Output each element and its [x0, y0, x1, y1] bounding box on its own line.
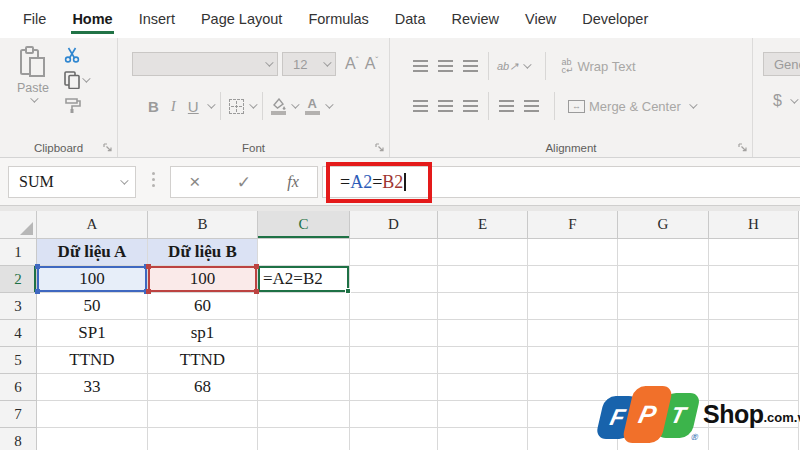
decrease-font-size-button[interactable]: Aˇ	[365, 55, 379, 73]
cell-B4[interactable]: sp1	[148, 320, 258, 347]
cell-E1[interactable]	[438, 239, 528, 266]
increase-indent-icon[interactable]	[524, 100, 539, 112]
cell-D3[interactable]	[350, 293, 438, 320]
cell-B7[interactable]	[148, 401, 258, 428]
column-header-E[interactable]: E	[438, 211, 528, 239]
increase-font-size-button[interactable]: Aˆ	[345, 55, 359, 73]
menu-tab-page-layout[interactable]: Page Layout	[188, 0, 295, 38]
name-box[interactable]: SUM	[8, 166, 136, 198]
cell-C1[interactable]	[258, 239, 350, 266]
align-top-icon[interactable]	[413, 60, 428, 72]
range-handle-icon[interactable]	[35, 289, 40, 294]
cell-C2[interactable]: =A2=B2	[258, 266, 350, 293]
fill-handle-icon[interactable]	[345, 288, 351, 294]
row-header-7[interactable]: 7	[0, 401, 37, 428]
enter-icon[interactable]: ✓	[237, 172, 251, 193]
row-header-4[interactable]: 4	[0, 320, 37, 347]
cell-D1[interactable]	[350, 239, 438, 266]
cell-C8[interactable]	[258, 428, 350, 450]
cell-E7[interactable]	[438, 401, 528, 428]
cell-A5[interactable]: TTND	[37, 347, 148, 374]
cell-H5[interactable]	[709, 347, 799, 374]
formula-bar-grip[interactable]	[152, 172, 155, 187]
cell-D2[interactable]	[350, 266, 438, 293]
cell-G2[interactable]	[618, 266, 709, 293]
wrap-text-label[interactable]: Wrap Text	[578, 59, 636, 74]
font-dialog-launcher[interactable]	[375, 143, 385, 153]
cell-A1[interactable]: Dữ liệu A	[37, 239, 148, 266]
cell-B2[interactable]: 100	[148, 266, 258, 293]
clipboard-dialog-launcher[interactable]	[103, 143, 113, 153]
menu-tab-developer[interactable]: Developer	[569, 0, 661, 38]
copy-button[interactable]	[64, 71, 90, 89]
row-header-3[interactable]: 3	[0, 293, 37, 320]
row-header-8[interactable]: 8	[0, 428, 37, 450]
cell-D5[interactable]	[350, 347, 438, 374]
menu-tab-home[interactable]: Home	[59, 0, 125, 38]
menu-tab-formulas[interactable]: Formulas	[295, 0, 381, 38]
orientation-chevron-icon[interactable]	[524, 60, 532, 68]
column-header-B[interactable]: B	[148, 211, 258, 239]
decrease-indent-icon[interactable]	[499, 100, 514, 112]
menu-tab-file[interactable]: File	[10, 0, 59, 38]
format-painter-button[interactable]	[64, 96, 90, 114]
cell-F2[interactable]	[528, 266, 618, 293]
menu-tab-insert[interactable]: Insert	[126, 0, 188, 38]
cell-A7[interactable]	[37, 401, 148, 428]
insert-function-icon[interactable]: fx	[287, 173, 299, 191]
cell-A6[interactable]: 33	[37, 374, 148, 401]
align-left-icon[interactable]	[413, 100, 428, 112]
cell-C5[interactable]	[258, 347, 350, 374]
range-handle-icon[interactable]	[254, 289, 259, 294]
cell-G5[interactable]	[618, 347, 709, 374]
column-header-F[interactable]: F	[528, 211, 618, 239]
paste-button[interactable]: Paste	[10, 46, 56, 114]
underline-button[interactable]: U	[182, 98, 205, 115]
cell-G4[interactable]	[618, 320, 709, 347]
cell-C3[interactable]	[258, 293, 350, 320]
align-center-icon[interactable]	[438, 100, 453, 112]
menu-tab-view[interactable]: View	[512, 0, 569, 38]
cell-F1[interactable]	[528, 239, 618, 266]
merge-center-chevron-icon[interactable]	[689, 100, 697, 108]
cell-D4[interactable]	[350, 320, 438, 347]
align-middle-icon[interactable]	[438, 60, 453, 72]
fill-color-button[interactable]	[271, 98, 286, 115]
cell-D7[interactable]	[350, 401, 438, 428]
cell-F4[interactable]	[528, 320, 618, 347]
range-handle-icon[interactable]	[254, 264, 259, 269]
cell-E4[interactable]	[438, 320, 528, 347]
menu-tab-review[interactable]: Review	[438, 0, 512, 38]
bold-button[interactable]: B	[142, 98, 165, 115]
paste-chevron-icon[interactable]	[30, 94, 38, 102]
cell-A4[interactable]: SP1	[37, 320, 148, 347]
align-right-icon[interactable]	[463, 100, 478, 112]
cell-F3[interactable]	[528, 293, 618, 320]
font-color-button[interactable]: A	[305, 97, 320, 115]
currency-chevron-icon[interactable]	[790, 95, 798, 103]
row-header-6[interactable]: 6	[0, 374, 37, 401]
menu-tab-data[interactable]: Data	[382, 0, 439, 38]
cell-F5[interactable]	[528, 347, 618, 374]
font-color-chevron-icon[interactable]	[325, 100, 333, 108]
cell-B1[interactable]: Dữ liệu B	[148, 239, 258, 266]
cell-E8[interactable]	[438, 428, 528, 450]
column-header-A[interactable]: A	[37, 211, 148, 239]
cell-C4[interactable]	[258, 320, 350, 347]
align-bottom-icon[interactable]	[463, 60, 478, 72]
cell-A3[interactable]: 50	[37, 293, 148, 320]
cell-E5[interactable]	[438, 347, 528, 374]
underline-chevron-icon[interactable]	[207, 100, 215, 108]
cell-G3[interactable]	[618, 293, 709, 320]
cell-C6[interactable]	[258, 374, 350, 401]
cell-E6[interactable]	[438, 374, 528, 401]
formula-input[interactable]: =A2=B2	[322, 166, 800, 198]
cut-button[interactable]	[64, 46, 90, 64]
font-size-combo[interactable]: 12	[282, 52, 336, 76]
cell-E2[interactable]	[438, 266, 528, 293]
range-handle-icon[interactable]	[146, 264, 151, 269]
name-box-chevron-icon[interactable]	[120, 176, 128, 184]
range-handle-icon[interactable]	[35, 264, 40, 269]
cell-G1[interactable]	[618, 239, 709, 266]
column-header-C[interactable]: C	[258, 211, 350, 239]
